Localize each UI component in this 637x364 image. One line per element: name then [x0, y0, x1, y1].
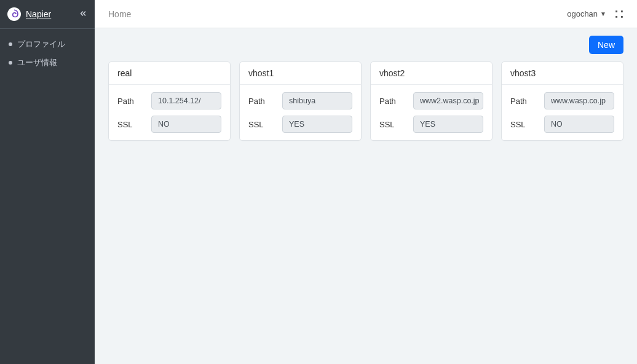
user-name: ogochan	[567, 9, 598, 18]
field-label: SSL	[117, 120, 151, 129]
dot-icon	[9, 61, 12, 65]
sidebar-header[interactable]: Napier	[0, 0, 95, 28]
field-label: SSL	[379, 120, 413, 129]
field-row-ssl: SSL YES	[379, 116, 483, 133]
field-row-ssl: SSL YES	[248, 116, 352, 133]
brand-logo-icon	[7, 7, 21, 21]
field-value: 10.1.254.12/	[151, 92, 221, 109]
field-value: shibuya	[282, 92, 352, 109]
field-label: SSL	[248, 120, 282, 129]
field-row-ssl: SSL NO	[510, 116, 614, 133]
sidebar-item-userinfo[interactable]: ユーザ情報	[0, 53, 95, 72]
sidebar-item-label: ユーザ情報	[17, 57, 57, 68]
brand-name: Napier	[26, 9, 51, 19]
dot-icon	[9, 42, 12, 46]
field-label: Path	[379, 97, 413, 106]
field-value: NO	[151, 116, 221, 133]
card-body: Path 10.1.254.12/ SSL NO	[109, 85, 230, 140]
sidebar-item-label: プロファイル	[17, 39, 65, 50]
field-label: Path	[248, 97, 282, 106]
field-label: SSL	[510, 120, 544, 129]
cards-grid: real Path 10.1.254.12/ SSL NO vhost1	[108, 61, 623, 141]
field-value: YES	[282, 116, 352, 133]
field-row-ssl: SSL NO	[117, 116, 221, 133]
field-label: Path	[510, 97, 544, 106]
field-label: Path	[117, 97, 151, 106]
topbar: Home ogochan ▼	[95, 0, 637, 28]
svg-rect-3	[621, 15, 623, 17]
sidebar-nav: プロファイル ユーザ情報	[0, 28, 95, 78]
field-row-path: Path 10.1.254.12/	[117, 92, 221, 109]
field-value: www2.wasp.co.jp	[413, 92, 483, 109]
card-body: Path shibuya SSL YES	[240, 85, 361, 140]
brand[interactable]: Napier	[7, 7, 51, 21]
collapse-sidebar-icon[interactable]	[79, 9, 87, 20]
fullscreen-icon[interactable]	[615, 10, 623, 18]
card-vhost1[interactable]: vhost1 Path shibuya SSL YES	[239, 61, 362, 141]
new-button[interactable]: New	[589, 36, 623, 54]
card-vhost3[interactable]: vhost3 Path www.wasp.co.jp SSL NO	[501, 61, 623, 141]
sidebar: Napier プロファイル ユーザ情報	[0, 0, 95, 364]
card-title: vhost1	[240, 62, 361, 85]
svg-rect-2	[615, 15, 617, 17]
card-title: vhost3	[502, 62, 623, 85]
card-body: Path www2.wasp.co.jp SSL YES	[371, 85, 492, 140]
field-value: www.wasp.co.jp	[544, 92, 614, 109]
card-title: real	[109, 62, 230, 85]
svg-rect-0	[615, 10, 617, 12]
field-row-path: Path www.wasp.co.jp	[510, 92, 614, 109]
main: Home ogochan ▼ New	[95, 0, 637, 364]
caret-down-icon: ▼	[600, 10, 606, 17]
field-value: NO	[544, 116, 614, 133]
svg-rect-1	[621, 10, 623, 12]
breadcrumb[interactable]: Home	[108, 9, 131, 19]
actions-bar: New	[108, 36, 623, 54]
topbar-right: ogochan ▼	[567, 9, 623, 18]
field-value: YES	[413, 116, 483, 133]
content: New real Path 10.1.254.12/ SSL NO	[95, 28, 637, 148]
card-vhost2[interactable]: vhost2 Path www2.wasp.co.jp SSL YES	[370, 61, 493, 141]
user-dropdown[interactable]: ogochan ▼	[567, 9, 606, 18]
card-body: Path www.wasp.co.jp SSL NO	[502, 85, 623, 140]
card-real[interactable]: real Path 10.1.254.12/ SSL NO	[108, 61, 231, 141]
field-row-path: Path www2.wasp.co.jp	[379, 92, 483, 109]
field-row-path: Path shibuya	[248, 92, 352, 109]
card-title: vhost2	[371, 62, 492, 85]
sidebar-item-profile[interactable]: プロファイル	[0, 35, 95, 53]
